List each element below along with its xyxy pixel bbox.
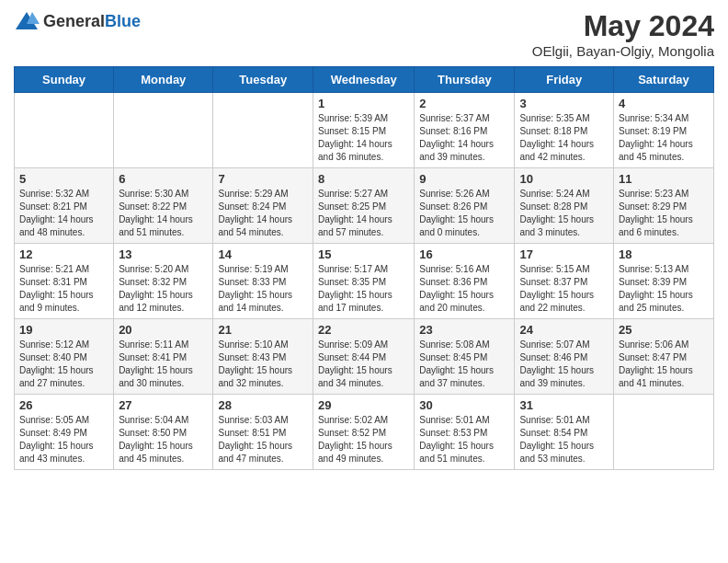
day-number: 16	[419, 247, 509, 261]
day-number: 23	[419, 323, 509, 337]
table-row: 29Sunrise: 5:02 AMSunset: 8:52 PMDayligh…	[313, 395, 415, 470]
page: GeneralBlue May 2024 OElgii, Bayan-Olgiy…	[0, 0, 728, 484]
table-row: 25Sunrise: 5:06 AMSunset: 8:47 PMDayligh…	[614, 319, 714, 395]
day-info: Sunrise: 5:21 AMSunset: 8:31 PMDaylight:…	[19, 263, 108, 315]
day-number: 28	[218, 398, 308, 412]
calendar-header-row: Sunday Monday Tuesday Wednesday Thursday…	[15, 67, 714, 93]
table-row	[213, 93, 313, 168]
day-number: 29	[318, 398, 409, 412]
table-row: 31Sunrise: 5:01 AMSunset: 8:54 PMDayligh…	[515, 395, 614, 470]
day-info: Sunrise: 5:16 AMSunset: 8:36 PMDaylight:…	[419, 263, 509, 315]
logo: GeneralBlue	[14, 9, 141, 35]
day-info: Sunrise: 5:32 AMSunset: 8:21 PMDaylight:…	[19, 188, 108, 239]
table-row: 4Sunrise: 5:34 AMSunset: 8:19 PMDaylight…	[614, 93, 714, 168]
day-info: Sunrise: 5:34 AMSunset: 8:19 PMDaylight:…	[619, 112, 709, 164]
day-number: 27	[119, 398, 208, 412]
location-subtitle: OElgii, Bayan-Olgiy, Mongolia	[532, 43, 714, 59]
calendar-week-row: 1Sunrise: 5:39 AMSunset: 8:15 PMDaylight…	[15, 93, 714, 168]
calendar-week-row: 5Sunrise: 5:32 AMSunset: 8:21 PMDaylight…	[15, 168, 714, 244]
table-row: 8Sunrise: 5:27 AMSunset: 8:25 PMDaylight…	[313, 168, 415, 244]
day-number: 18	[619, 247, 709, 261]
day-info: Sunrise: 5:27 AMSunset: 8:25 PMDaylight:…	[318, 188, 409, 239]
day-number: 3	[519, 97, 609, 110]
day-number: 31	[519, 398, 609, 412]
day-number: 6	[119, 172, 208, 186]
day-number: 9	[419, 172, 509, 186]
day-number: 22	[318, 323, 409, 337]
day-info: Sunrise: 5:01 AMSunset: 8:54 PMDaylight:…	[519, 414, 609, 465]
day-info: Sunrise: 5:01 AMSunset: 8:53 PMDaylight:…	[419, 414, 509, 465]
day-info: Sunrise: 5:24 AMSunset: 8:28 PMDaylight:…	[519, 188, 609, 239]
logo-icon	[14, 9, 40, 35]
day-info: Sunrise: 5:10 AMSunset: 8:43 PMDaylight:…	[218, 339, 308, 390]
calendar-week-row: 12Sunrise: 5:21 AMSunset: 8:31 PMDayligh…	[15, 244, 714, 319]
table-row: 10Sunrise: 5:24 AMSunset: 8:28 PMDayligh…	[515, 168, 614, 244]
day-info: Sunrise: 5:37 AMSunset: 8:16 PMDaylight:…	[419, 112, 509, 164]
calendar-table: Sunday Monday Tuesday Wednesday Thursday…	[14, 66, 714, 470]
title-area: May 2024 OElgii, Bayan-Olgiy, Mongolia	[532, 9, 714, 59]
table-row: 7Sunrise: 5:29 AMSunset: 8:24 PMDaylight…	[213, 168, 313, 244]
table-row: 11Sunrise: 5:23 AMSunset: 8:29 PMDayligh…	[614, 168, 714, 244]
day-info: Sunrise: 5:35 AMSunset: 8:18 PMDaylight:…	[519, 112, 609, 164]
table-row	[114, 93, 213, 168]
day-number: 13	[119, 247, 208, 261]
header: GeneralBlue May 2024 OElgii, Bayan-Olgiy…	[14, 9, 714, 59]
col-tuesday: Tuesday	[213, 67, 313, 93]
day-info: Sunrise: 5:19 AMSunset: 8:33 PMDaylight:…	[218, 263, 308, 315]
day-number: 20	[119, 323, 208, 337]
day-info: Sunrise: 5:30 AMSunset: 8:22 PMDaylight:…	[119, 188, 208, 239]
table-row: 21Sunrise: 5:10 AMSunset: 8:43 PMDayligh…	[213, 319, 313, 395]
day-number: 21	[218, 323, 308, 337]
day-number: 5	[19, 172, 108, 186]
day-info: Sunrise: 5:13 AMSunset: 8:39 PMDaylight:…	[619, 263, 709, 315]
table-row: 6Sunrise: 5:30 AMSunset: 8:22 PMDaylight…	[114, 168, 213, 244]
table-row: 30Sunrise: 5:01 AMSunset: 8:53 PMDayligh…	[415, 395, 515, 470]
table-row: 15Sunrise: 5:17 AMSunset: 8:35 PMDayligh…	[313, 244, 415, 319]
day-info: Sunrise: 5:15 AMSunset: 8:37 PMDaylight:…	[519, 263, 609, 315]
day-number: 10	[519, 172, 609, 186]
day-number: 4	[619, 97, 709, 110]
day-info: Sunrise: 5:02 AMSunset: 8:52 PMDaylight:…	[318, 414, 409, 465]
day-number: 25	[619, 323, 709, 337]
table-row: 20Sunrise: 5:11 AMSunset: 8:41 PMDayligh…	[114, 319, 213, 395]
table-row: 22Sunrise: 5:09 AMSunset: 8:44 PMDayligh…	[313, 319, 415, 395]
day-number: 2	[419, 97, 509, 110]
col-saturday: Saturday	[614, 67, 714, 93]
day-number: 8	[318, 172, 409, 186]
day-number: 17	[519, 247, 609, 261]
table-row: 24Sunrise: 5:07 AMSunset: 8:46 PMDayligh…	[515, 319, 614, 395]
day-info: Sunrise: 5:07 AMSunset: 8:46 PMDaylight:…	[519, 339, 609, 390]
table-row: 14Sunrise: 5:19 AMSunset: 8:33 PMDayligh…	[213, 244, 313, 319]
day-number: 24	[519, 323, 609, 337]
col-friday: Friday	[515, 67, 614, 93]
day-info: Sunrise: 5:09 AMSunset: 8:44 PMDaylight:…	[318, 339, 409, 390]
day-info: Sunrise: 5:04 AMSunset: 8:50 PMDaylight:…	[119, 414, 208, 465]
table-row: 1Sunrise: 5:39 AMSunset: 8:15 PMDaylight…	[313, 93, 415, 168]
table-row: 9Sunrise: 5:26 AMSunset: 8:26 PMDaylight…	[415, 168, 515, 244]
day-number: 15	[318, 247, 409, 261]
day-info: Sunrise: 5:39 AMSunset: 8:15 PMDaylight:…	[318, 112, 409, 164]
table-row: 13Sunrise: 5:20 AMSunset: 8:32 PMDayligh…	[114, 244, 213, 319]
col-thursday: Thursday	[415, 67, 515, 93]
day-info: Sunrise: 5:12 AMSunset: 8:40 PMDaylight:…	[19, 339, 108, 390]
table-row: 23Sunrise: 5:08 AMSunset: 8:45 PMDayligh…	[415, 319, 515, 395]
day-info: Sunrise: 5:08 AMSunset: 8:45 PMDaylight:…	[419, 339, 509, 390]
col-wednesday: Wednesday	[313, 67, 415, 93]
day-info: Sunrise: 5:20 AMSunset: 8:32 PMDaylight:…	[119, 263, 208, 315]
logo-text: GeneralBlue	[43, 13, 141, 31]
col-sunday: Sunday	[15, 67, 114, 93]
calendar-week-row: 19Sunrise: 5:12 AMSunset: 8:40 PMDayligh…	[15, 319, 714, 395]
table-row: 26Sunrise: 5:05 AMSunset: 8:49 PMDayligh…	[15, 395, 114, 470]
day-info: Sunrise: 5:17 AMSunset: 8:35 PMDaylight:…	[318, 263, 409, 315]
logo-general-text: General	[43, 12, 105, 30]
table-row: 17Sunrise: 5:15 AMSunset: 8:37 PMDayligh…	[515, 244, 614, 319]
table-row: 16Sunrise: 5:16 AMSunset: 8:36 PMDayligh…	[415, 244, 515, 319]
table-row: 5Sunrise: 5:32 AMSunset: 8:21 PMDaylight…	[15, 168, 114, 244]
day-number: 1	[318, 97, 409, 110]
month-title: May 2024	[532, 9, 714, 43]
day-info: Sunrise: 5:03 AMSunset: 8:51 PMDaylight:…	[218, 414, 308, 465]
day-number: 30	[419, 398, 509, 412]
day-info: Sunrise: 5:23 AMSunset: 8:29 PMDaylight:…	[619, 188, 709, 239]
table-row: 12Sunrise: 5:21 AMSunset: 8:31 PMDayligh…	[15, 244, 114, 319]
day-info: Sunrise: 5:29 AMSunset: 8:24 PMDaylight:…	[218, 188, 308, 239]
